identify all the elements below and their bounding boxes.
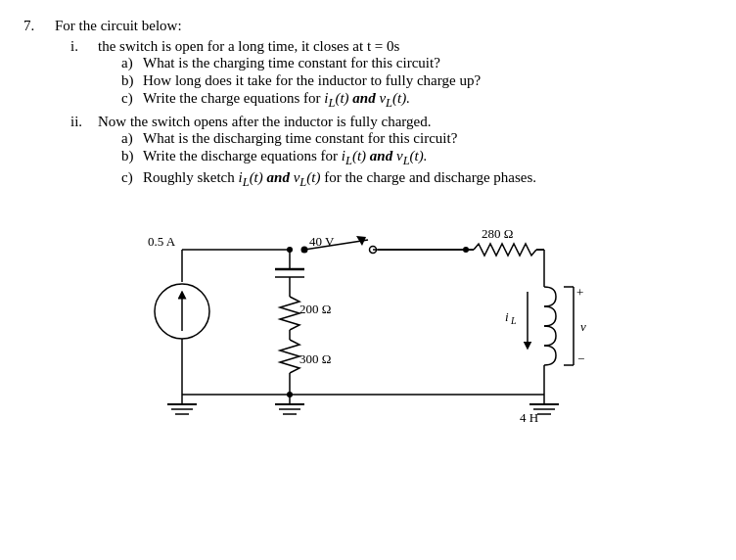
sub-i-text: the switch is open for a long time, it c… [98,38,713,55]
page: 7. For the circuit below: i. the switch … [0,0,736,443]
label-v-plus: + [576,285,583,300]
iic-math-i: iL(t) [239,169,263,185]
sub-label-ii: ii. [70,114,98,130]
alpha-label-ib: b) [121,72,143,89]
problem-number: 7. [23,18,55,34]
sub-content-ii: Now the switch opens after the inductor … [98,114,713,191]
alpha-content-ib: How long does it take for the inductor t… [143,72,713,89]
sub-label-i: i. [70,38,98,55]
ic-bold-and: and [349,90,380,106]
label-v-minus: − [577,351,584,366]
sub-list: i. the switch is open for a long time, i… [70,38,713,191]
label-r2: 200 Ω [299,302,331,316]
sub-content-i: the switch is open for a long time, it c… [98,38,713,112]
alpha-content-ia: What is the charging time constant for t… [143,55,713,71]
alpha-content-iia: What is the discharging time constant fo… [143,130,713,147]
label-current-source: 0.5 A [148,234,176,249]
alpha-item-iic: c) Roughly sketch iL(t) and vL(t) for th… [121,169,713,190]
iib-math-v: vL(t). [396,148,428,163]
alpha-label-ia: a) [121,55,143,71]
ic-math-i: iL(t) [324,90,348,106]
alpha-list-ii: a) What is the discharging time constant… [121,130,713,190]
sub-item-ii: ii. Now the switch opens after the induc… [70,114,713,191]
alpha-item-iia: a) What is the discharging time constant… [121,130,713,147]
sub-item-i: i. the switch is open for a long time, i… [70,38,713,112]
iic-bold-and: and [263,169,294,185]
label-il: i [505,309,509,324]
label-voltage-source: 40 V [309,234,335,249]
problem-title: For the circuit below: [55,18,182,34]
label-v: v [580,319,586,334]
circuit-area: 0.5 A 40 V 280 Ω 200 Ω 300 Ω 4 H i L v +… [23,209,713,434]
alpha-item-ia: a) What is the charging time constant fo… [121,55,713,71]
alpha-content-ic: Write the charge equations for iL(t) and… [143,90,713,111]
label-il-sub: L [510,315,517,326]
alpha-item-ib: b) How long does it take for the inducto… [121,72,713,89]
alpha-item-ic: c) Write the charge equations for iL(t) … [121,90,713,111]
iib-bold-and: and [366,148,396,163]
label-r3: 300 Ω [299,351,331,366]
label-r1: 280 Ω [482,226,513,241]
problem-header: 7. For the circuit below: [23,18,713,34]
alpha-label-iia: a) [121,130,143,147]
label-inductor: 4 H [520,410,538,425]
ic-math-v: vL(t). [379,90,410,106]
alpha-content-iib: Write the discharge equations for iL(t) … [143,148,713,168]
alpha-label-ic: c) [121,90,143,107]
sub-ii-text: Now the switch opens after the inductor … [98,114,713,130]
alpha-item-iib: b) Write the discharge equations for iL(… [121,148,713,168]
circuit-diagram: 0.5 A 40 V 280 Ω 200 Ω 300 Ω 4 H i L v +… [94,209,642,434]
alpha-label-iic: c) [121,169,143,186]
alpha-content-iic: Roughly sketch iL(t) and vL(t) for the c… [143,169,713,190]
iib-math-i: iL(t) [342,148,366,163]
alpha-label-iib: b) [121,148,143,164]
alpha-list-i: a) What is the charging time constant fo… [121,55,713,111]
iic-math-v: vL(t) [294,169,321,185]
